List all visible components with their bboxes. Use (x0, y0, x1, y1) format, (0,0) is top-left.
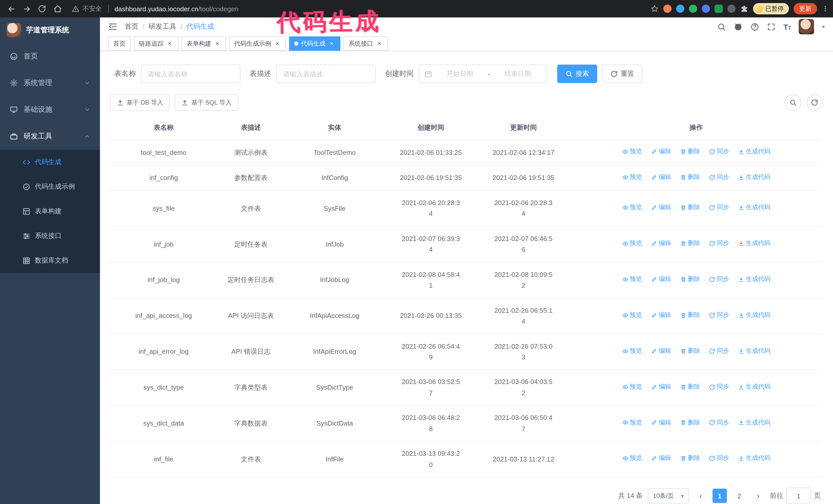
preview-link[interactable]: 预览 (622, 310, 642, 320)
next-page-button[interactable]: › (752, 488, 765, 503)
generate-code-link[interactable]: 生成代码 (738, 147, 770, 157)
sync-link[interactable]: 同步 (709, 238, 729, 249)
toggle-search-button[interactable] (785, 95, 801, 111)
edit-link[interactable]: 编辑 (651, 274, 671, 285)
sync-link[interactable]: 同步 (709, 417, 729, 428)
update-button[interactable]: 更新 (793, 3, 817, 14)
tab-home[interactable]: 首页 (108, 37, 131, 51)
goto-page-input[interactable] (786, 487, 811, 504)
delete-link[interactable]: 删除 (680, 454, 700, 464)
edit-link[interactable]: 编辑 (651, 238, 671, 249)
import-db-button[interactable]: 基于 DB 导入 (110, 95, 170, 111)
generate-code-link[interactable]: 生成代码 (738, 346, 770, 356)
refresh-button[interactable] (35, 2, 49, 16)
site-security[interactable]: 不安全 (72, 4, 102, 13)
generate-code-link[interactable]: 生成代码 (738, 203, 770, 213)
tab-tracing[interactable]: 链路追踪 × (134, 37, 178, 51)
sidebar-item-codegen-example[interactable]: 代码生成示例 (0, 174, 100, 199)
forward-button[interactable] (20, 2, 34, 16)
sidebar-item-form-builder[interactable]: 表单构建 (0, 199, 100, 223)
close-icon[interactable]: × (166, 40, 173, 47)
close-icon[interactable]: × (376, 40, 383, 47)
fullscreen-icon[interactable] (767, 23, 776, 31)
sync-link[interactable]: 同步 (709, 382, 729, 392)
sidebar-logo[interactable]: 芋道管理系统 (0, 18, 100, 43)
preview-link[interactable]: 预览 (622, 172, 642, 182)
kebab-menu-icon[interactable] (822, 5, 829, 13)
generate-code-link[interactable]: 生成代码 (738, 172, 770, 182)
edit-link[interactable]: 编辑 (651, 454, 671, 464)
sync-link[interactable]: 同步 (709, 274, 729, 285)
import-sql-button[interactable]: 基于 SQL 导入 (175, 95, 238, 111)
extension-icon-6[interactable] (728, 5, 736, 13)
delete-link[interactable]: 删除 (680, 274, 700, 285)
sidebar-item-home[interactable]: 首页 (0, 43, 100, 70)
generate-code-link[interactable]: 生成代码 (738, 274, 770, 285)
close-icon[interactable]: × (328, 40, 335, 47)
preview-link[interactable]: 预览 (622, 203, 642, 213)
edit-link[interactable]: 编辑 (651, 172, 671, 182)
puzzle-extensions-icon[interactable] (740, 5, 748, 13)
font-size-icon[interactable] (783, 23, 791, 31)
preview-link[interactable]: 预览 (622, 147, 642, 157)
home-button[interactable] (50, 2, 65, 16)
back-button[interactable] (4, 2, 19, 16)
sidebar-collapse-button[interactable] (108, 22, 117, 31)
page-button-1[interactable]: 1 (713, 488, 727, 503)
sidebar-item-devtools[interactable]: 研发工具 (0, 123, 100, 150)
delete-link[interactable]: 删除 (680, 147, 700, 157)
sidebar-item-system[interactable]: 系统管理 (0, 70, 100, 96)
help-icon[interactable] (751, 23, 759, 31)
close-icon[interactable]: × (274, 40, 281, 47)
delete-link[interactable]: 删除 (680, 172, 700, 182)
search-button[interactable]: 搜索 (557, 65, 597, 83)
address-bar[interactable]: dashboard.yudao.iocoder.cn/tool/codegen (115, 5, 238, 13)
generate-code-link[interactable]: 生成代码 (738, 454, 770, 464)
sync-link[interactable]: 同步 (709, 346, 729, 356)
preview-link[interactable]: 预览 (622, 382, 642, 392)
preview-link[interactable]: 预览 (622, 454, 642, 464)
generate-code-link[interactable]: 生成代码 (738, 417, 770, 428)
generate-code-link[interactable]: 生成代码 (738, 238, 770, 249)
tab-codegen-example[interactable]: 代码生成示例 × (229, 37, 286, 51)
avatar-caret-icon[interactable]: ▾ (822, 24, 825, 30)
preview-link[interactable]: 预览 (622, 274, 642, 285)
sync-link[interactable]: 同步 (709, 147, 729, 157)
reset-button[interactable]: 重置 (602, 65, 642, 83)
tab-form-builder[interactable]: 表单构建 × (182, 37, 226, 51)
edit-link[interactable]: 编辑 (651, 147, 671, 157)
delete-link[interactable]: 删除 (680, 417, 700, 428)
edit-link[interactable]: 编辑 (651, 310, 671, 320)
sync-link[interactable]: 同步 (709, 454, 729, 464)
delete-link[interactable]: 删除 (680, 238, 700, 249)
user-avatar[interactable] (799, 19, 814, 34)
refresh-table-button[interactable] (806, 95, 823, 111)
sync-link[interactable]: 同步 (709, 310, 729, 320)
extension-icon-3[interactable] (689, 5, 697, 13)
page-button-2[interactable]: 2 (732, 488, 746, 503)
extension-icon-5[interactable] (715, 5, 723, 13)
delete-link[interactable]: 删除 (680, 310, 700, 320)
generate-code-link[interactable]: 生成代码 (738, 310, 770, 320)
tab-codegen[interactable]: 代码生成 × (289, 37, 340, 51)
sidebar-item-db-docs[interactable]: 数据库文档 (0, 248, 100, 273)
preview-link[interactable]: 预览 (622, 417, 642, 428)
edit-link[interactable]: 编辑 (651, 382, 671, 392)
github-icon[interactable] (734, 22, 743, 31)
profile-paused-chip[interactable]: 已暂停 (753, 3, 789, 14)
breadcrumb-devtools[interactable]: 研发工具 (149, 22, 176, 31)
preview-link[interactable]: 预览 (622, 238, 642, 249)
extension-icon-2[interactable] (676, 5, 684, 13)
sync-link[interactable]: 同步 (709, 203, 729, 213)
generate-code-link[interactable]: 生成代码 (738, 382, 770, 392)
prev-page-button[interactable]: ‹ (694, 488, 708, 503)
close-icon[interactable]: × (214, 40, 221, 47)
sidebar-item-system-api[interactable]: 系统接口 (0, 223, 100, 248)
table-name-input[interactable] (141, 65, 240, 83)
sidebar-item-codegen[interactable]: 代码生成 (0, 150, 100, 174)
date-range-picker[interactable]: 开始日期 - 结束日期 (419, 65, 547, 83)
tab-system-api[interactable]: 系统接口 × (343, 37, 388, 51)
bookmark-star-icon[interactable] (650, 5, 659, 13)
header-search-icon[interactable] (717, 23, 726, 31)
extension-icon-1[interactable] (663, 5, 671, 13)
